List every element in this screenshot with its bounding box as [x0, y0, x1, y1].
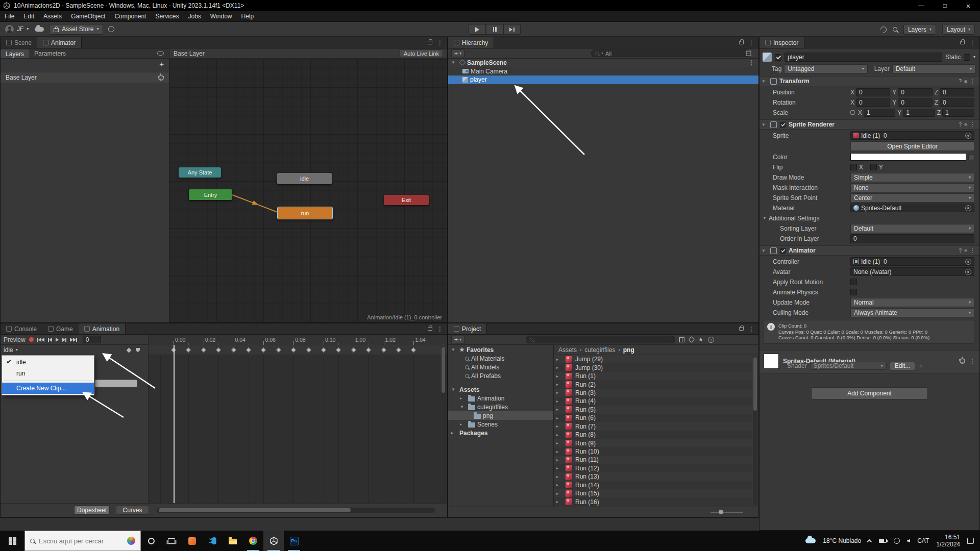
name-field[interactable]: player	[785, 53, 942, 62]
search-by-type-icon[interactable]	[679, 337, 684, 342]
scale-y-field[interactable]: 1	[903, 109, 935, 117]
foldout-icon[interactable]: ▸	[556, 466, 562, 470]
active-checkbox[interactable]	[775, 54, 781, 61]
foldout-icon[interactable]: ▸	[556, 433, 562, 437]
file-row[interactable]: ▸ Run (3)	[554, 389, 752, 397]
layer-row-base-layer[interactable]: Base Layer	[1, 72, 169, 83]
menu-item[interactable]: Help	[237, 11, 259, 21]
sorting-layer-dropdown[interactable]: Default▾	[850, 224, 974, 233]
keyframe-diamond[interactable]	[396, 347, 401, 353]
columns-icon[interactable]	[746, 51, 751, 56]
search-icon[interactable]	[893, 27, 897, 32]
sprite-sort-point-dropdown[interactable]: Center▾	[850, 193, 974, 203]
mask-interaction-dropdown[interactable]: None▾	[850, 183, 974, 192]
volume-icon[interactable]	[907, 539, 910, 543]
menu-item-idle[interactable]: idle	[2, 357, 94, 368]
file-row[interactable]: ▸ Run (7)	[554, 422, 752, 431]
clip-dropdown[interactable]: idle ▾	[4, 346, 18, 354]
favorites-item[interactable]: All Prefabs	[448, 371, 553, 380]
edit-shader-button[interactable]: Edit...	[890, 362, 916, 370]
zoom-slider[interactable]	[710, 512, 743, 513]
dopesheet-area[interactable]	[149, 355, 447, 503]
add-layer-button[interactable]: +	[159, 60, 164, 68]
menu-item[interactable]: GameObject	[66, 11, 110, 21]
foldout-icon[interactable]: ▸	[556, 483, 562, 487]
foldout-icon[interactable]: ▸	[556, 424, 562, 429]
foldout-icon[interactable]: ▸	[556, 499, 562, 504]
keyframe-diamond[interactable]	[336, 347, 341, 353]
create-asset-button[interactable]: + ▾	[451, 336, 464, 343]
rotation-y-field[interactable]: 0	[898, 98, 932, 107]
keyframe-diamond[interactable]	[216, 347, 221, 353]
breadcrumb-cutegirlfiles[interactable]: cutegirlfiles	[584, 346, 615, 354]
component-menu-icon[interactable]: ⋮	[969, 78, 975, 84]
menu-item[interactable]: Window	[206, 11, 237, 21]
dopesheet-button[interactable]: Dopesheet	[74, 506, 110, 515]
lock-icon[interactable]	[428, 41, 432, 44]
tab-project[interactable]: Project	[448, 323, 487, 334]
create-object-button[interactable]: + ▾	[451, 49, 464, 57]
animator-header[interactable]: ▼ Animator ? ≡ ⋮	[760, 245, 979, 256]
keyframe-diamond[interactable]	[411, 347, 416, 353]
tab-game[interactable]: Game	[42, 323, 79, 334]
presets-icon[interactable]: ≡	[964, 79, 967, 84]
app-unity-button[interactable]	[263, 531, 284, 551]
file-row[interactable]: ▸ Run (15)	[554, 489, 752, 497]
curves-button[interactable]: Curves	[116, 506, 149, 515]
breadcrumb-png[interactable]: png	[623, 346, 634, 354]
foldout-icon[interactable]: ▸	[556, 357, 562, 362]
hidden-icons-button[interactable]	[867, 539, 872, 544]
scrollbar-thumb[interactable]	[753, 357, 757, 411]
component-menu-icon[interactable]: ⋮	[969, 247, 975, 254]
lock-icon[interactable]	[428, 327, 432, 331]
foldout-icon[interactable]: ▸	[556, 441, 562, 445]
keyframe-track[interactable]	[149, 345, 447, 355]
menu-item[interactable]: Jobs	[183, 11, 205, 21]
keyframe-diamond[interactable]	[351, 347, 356, 353]
menu-item[interactable]: Edit	[19, 11, 39, 21]
help-icon[interactable]: ?	[959, 248, 962, 254]
vertical-scrollbar[interactable]	[441, 346, 446, 502]
app-photoshop-button[interactable]: Ps	[284, 531, 304, 551]
material-object-field[interactable]: Sprites-Default	[850, 204, 974, 212]
panel-menu-icon[interactable]: ⋮	[437, 40, 443, 46]
tab-inspector[interactable]: Inspector	[760, 37, 804, 48]
static-checkbox[interactable]	[964, 54, 970, 61]
foldout-icon[interactable]: ▼	[762, 248, 768, 253]
task-view-button[interactable]	[161, 531, 182, 551]
minimize-button[interactable]: —	[910, 0, 933, 11]
menu-item[interactable]: Component	[110, 11, 151, 21]
lock-icon[interactable]	[739, 41, 744, 44]
asset-store-button[interactable]: Asset Store ▾	[49, 24, 103, 35]
frame-field[interactable]: 0	[83, 336, 101, 343]
folder-cutegirlfiles[interactable]: ▼ cutegirlfiles	[448, 403, 553, 411]
flip-y-checkbox[interactable]	[870, 164, 877, 170]
scene-row[interactable]: ▼ SampleScene ⋮	[448, 59, 758, 67]
keyframe-diamond[interactable]	[306, 347, 311, 353]
panel-menu-icon[interactable]: ⋮	[969, 40, 975, 46]
foldout-icon[interactable]: ▸	[451, 431, 457, 435]
maximize-button[interactable]: □	[933, 0, 957, 11]
project-search-input[interactable]	[526, 336, 675, 343]
lock-icon[interactable]	[960, 41, 965, 44]
taskbar-search[interactable]	[24, 531, 141, 551]
animate-physics-checkbox[interactable]	[850, 289, 857, 295]
object-picker-icon[interactable]	[965, 205, 971, 211]
preview-button[interactable]: Preview	[4, 336, 26, 343]
undo-history-icon[interactable]	[879, 25, 888, 34]
vertical-scrollbar[interactable]	[753, 356, 757, 506]
save-search-icon[interactable]: ★	[698, 336, 703, 343]
foldout-icon[interactable]: ▼	[451, 60, 457, 65]
zoom-slider-knob[interactable]	[719, 510, 723, 514]
foldout-icon[interactable]: ▼	[460, 405, 466, 409]
component-enabled-checkbox[interactable]	[780, 247, 786, 253]
step-button[interactable]	[503, 24, 521, 35]
pause-button[interactable]	[486, 24, 503, 35]
add-keyframe-button[interactable]	[127, 347, 132, 353]
file-row[interactable]: ▸ Run (1)	[554, 372, 752, 380]
file-row[interactable]: ▸ Run (5)	[554, 406, 752, 414]
weather-label[interactable]: 18°C Nublado	[823, 537, 861, 544]
file-row[interactable]: ▸ Run (14)	[554, 481, 752, 489]
material-menu-icon[interactable]: ⋮	[969, 358, 975, 364]
packages-root[interactable]: ▸ Packages	[448, 429, 553, 437]
